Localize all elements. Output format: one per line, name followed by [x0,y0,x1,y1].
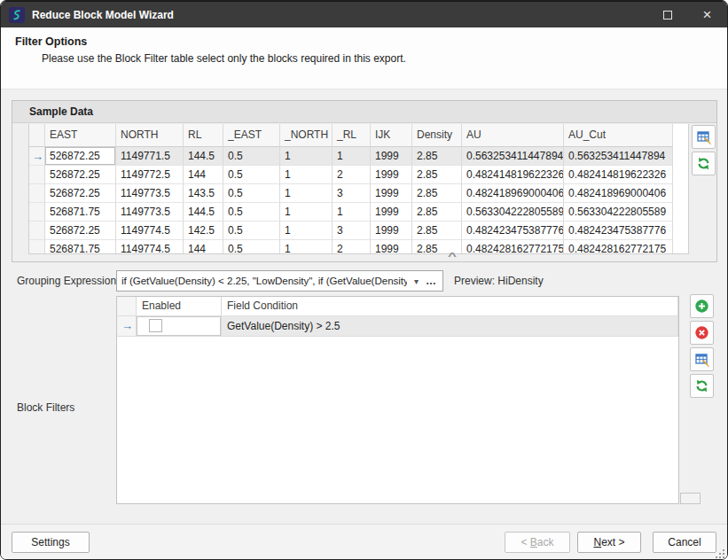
sample-table-scrollbar-track[interactable] [672,124,688,253]
table-cell[interactable]: 526872.25 [45,222,116,240]
table-cell[interactable]: 0.482423475387776 [564,222,674,240]
table-row[interactable]: 526872.251149773.5143.50.51319992.850.48… [29,184,674,203]
table-cell[interactable]: 0.482418969000406 [564,184,674,203]
table-cell[interactable]: 0.563253411447894 [462,147,564,166]
column-header-_east[interactable]: _EAST [223,124,280,147]
table-cell[interactable]: 1 [280,203,333,222]
table-cell[interactable]: 144 [184,240,223,254]
table-cell[interactable]: 526871.75 [45,203,116,222]
maximize-button[interactable] [647,2,687,28]
filters-refresh-button[interactable] [690,374,714,398]
table-cell[interactable]: 0.482414819622326 [564,166,674,184]
table-cell[interactable]: 1999 [371,240,412,254]
table-cell[interactable]: 0.482428162772175 [462,240,564,254]
table-cell[interactable]: 144.5 [184,203,223,222]
table-cell[interactable]: 1 [280,147,333,166]
table-cell[interactable]: 2 [333,166,371,184]
table-cell[interactable]: 144.5 [184,147,223,166]
table-cell[interactable]: 1999 [371,184,412,203]
cancel-button[interactable]: Cancel [653,532,716,553]
table-cell[interactable]: 1999 [371,147,412,166]
column-header-rl[interactable]: RL [184,124,223,147]
column-header-north[interactable]: NORTH [116,124,184,147]
column-header-ijk[interactable]: IJK [371,124,412,147]
column-header-au_cut[interactable]: AU_Cut [564,124,674,147]
column-header-enabled[interactable]: Enabled [137,297,222,316]
table-cell[interactable]: 0.482418969000406 [462,184,564,203]
enabled-cell[interactable] [137,316,222,337]
table-cell[interactable]: 0.5 [223,240,280,254]
table-row[interactable]: →526872.251149771.5144.50.51119992.850.5… [29,147,674,166]
sample-edit-table-button[interactable] [692,125,716,149]
table-cell[interactable]: 144 [184,166,223,184]
sample-refresh-button[interactable] [692,152,716,175]
column-header-au[interactable]: AU [462,124,564,147]
table-cell[interactable]: 526871.75 [45,240,116,254]
table-cell[interactable]: 0.5 [223,222,280,240]
delete-filter-button[interactable] [690,321,714,345]
column-header-field-condition[interactable]: Field Condition [222,297,678,316]
table-cell[interactable]: 1149774.5 [116,222,184,240]
table-cell[interactable]: 1 [280,184,333,203]
table-cell[interactable]: 1999 [371,203,412,222]
table-cell[interactable]: 0.5 [223,166,280,184]
table-cell[interactable]: 526872.25 [45,184,116,203]
table-cell[interactable]: 0.563304222805589 [462,203,564,222]
table-cell[interactable]: 0.482414819622326 [462,166,564,184]
dropdown-arrow-icon[interactable]: ▾ [407,276,424,286]
table-cell[interactable]: 0.563253411447894 [564,147,674,166]
column-header-density[interactable]: Density [412,124,462,147]
close-button[interactable]: × [687,2,727,28]
table-cell[interactable]: 2.85 [412,166,462,184]
table-cell[interactable]: 1 [280,166,333,184]
table-cell[interactable]: 0.482428162772175 [564,240,674,254]
resize-grip-icon[interactable] [713,547,724,558]
scroll-up-icon[interactable]: ^ [439,253,466,261]
table-cell[interactable]: 526872.25 [45,147,116,166]
table-cell[interactable]: 1 [333,203,371,222]
table-cell[interactable]: 1149771.5 [116,147,184,166]
table-row[interactable]: 526871.751149774.51440.51219992.850.4824… [29,240,674,254]
column-header-east[interactable]: EAST [45,124,116,147]
table-cell[interactable]: 0.5 [223,184,280,203]
table-cell[interactable]: 1149772.5 [116,166,184,184]
table-row[interactable]: 526872.251149772.51440.51219992.850.4824… [29,166,674,184]
table-cell[interactable]: 0.5 [223,203,280,222]
table-row[interactable]: 526872.251149774.5142.50.51319992.850.48… [29,222,674,240]
table-cell[interactable]: 1149774.5 [116,240,184,254]
table-cell[interactable]: 1 [333,147,371,166]
next-button[interactable]: Next > [577,532,641,553]
table-cell[interactable]: 0.563304222805589 [564,203,674,222]
table-cell[interactable]: 526872.25 [45,166,116,184]
column-header-_north[interactable]: _NORTH [280,124,333,147]
table-cell[interactable]: 1149773.5 [116,184,184,203]
table-cell[interactable]: 1999 [371,166,412,184]
table-cell[interactable]: 0.482423475387776 [462,222,564,240]
table-cell[interactable]: 2.85 [412,203,462,222]
table-cell[interactable]: 2.85 [412,184,462,203]
sample-data-table[interactable]: EASTNORTHRL_EAST_NORTH_RLIJKDensityAUAU_… [28,124,689,254]
table-cell[interactable]: 2.85 [412,222,462,240]
table-cell[interactable]: 143.5 [184,184,223,203]
table-cell[interactable]: 1 [280,222,333,240]
enabled-checkbox[interactable] [149,319,162,332]
back-button[interactable]: < Back [505,532,570,553]
settings-button[interactable]: Settings [12,532,90,553]
table-cell[interactable]: 0.5 [223,147,280,166]
table-cell[interactable]: 2 [333,240,371,254]
table-cell[interactable]: 1999 [371,222,412,240]
table-cell[interactable]: 1 [280,240,333,254]
table-cell[interactable]: 3 [333,222,371,240]
table-cell[interactable]: 1149773.5 [116,203,184,222]
field-condition-cell[interactable]: GetValue(Density) > 2.5 [222,316,678,337]
grouping-expression-combo[interactable]: if (GetValue(Density) < 2.25, "LowDensit… [116,270,443,292]
column-header-_rl[interactable]: _RL [333,124,371,147]
block-filters-table[interactable]: EnabledField Condition→GetValue(Density)… [116,296,679,504]
table-cell[interactable]: 3 [333,184,371,203]
table-cell[interactable]: 2.85 [412,147,462,166]
filter-row[interactable]: →GetValue(Density) > 2.5 [117,316,678,337]
add-filter-button[interactable] [690,294,714,318]
filters-edit-table-button[interactable] [690,347,714,371]
table-row[interactable]: 526871.751149773.5144.50.51119992.850.56… [29,203,674,222]
table-cell[interactable]: 142.5 [184,222,223,240]
